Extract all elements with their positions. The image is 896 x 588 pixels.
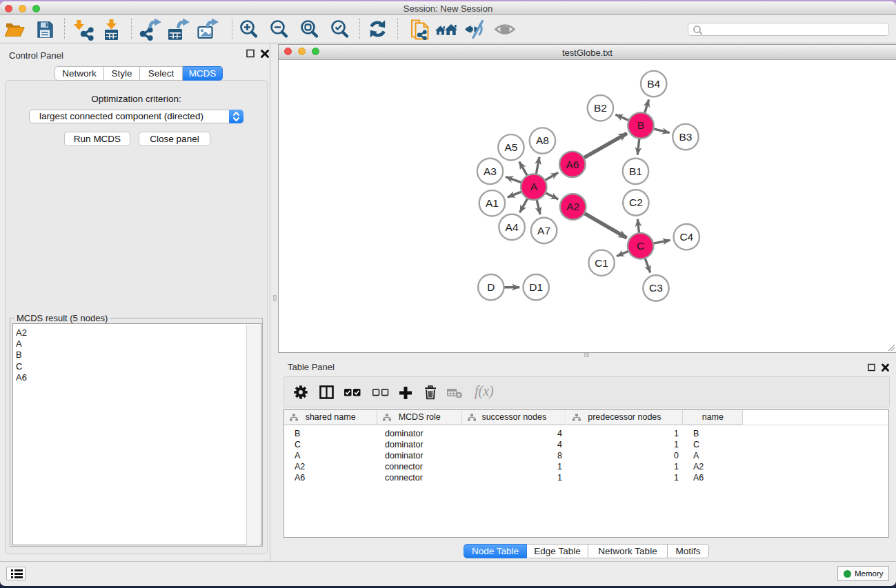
svg-text:A: A	[530, 181, 538, 192]
svg-text:D: D	[487, 281, 495, 293]
svg-text:C2: C2	[629, 196, 643, 208]
svg-text:A1: A1	[486, 197, 499, 209]
svg-text:A6: A6	[566, 159, 579, 170]
svg-text:C: C	[637, 240, 644, 252]
svg-text:B3: B3	[679, 131, 693, 143]
svg-text:A4: A4	[506, 221, 519, 233]
svg-text:B1: B1	[629, 165, 642, 177]
svg-text:D1: D1	[529, 281, 543, 293]
svg-text:B4: B4	[647, 78, 660, 90]
svg-text:C3: C3	[649, 282, 663, 294]
svg-text:B: B	[637, 119, 644, 131]
svg-text:A2: A2	[566, 201, 579, 212]
svg-text:C1: C1	[595, 257, 608, 269]
svg-text:B2: B2	[594, 102, 607, 114]
svg-text:A8: A8	[536, 134, 549, 146]
svg-text:A3: A3	[484, 165, 497, 177]
svg-text:C4: C4	[679, 231, 693, 243]
svg-text:A7: A7	[537, 225, 550, 236]
svg-text:A5: A5	[504, 141, 517, 153]
